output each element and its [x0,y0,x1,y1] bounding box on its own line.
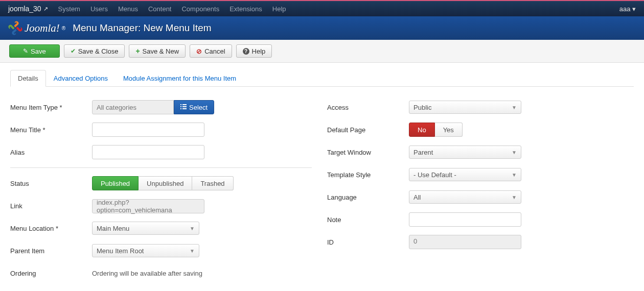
select-type-button[interactable]: Select [174,100,214,114]
template-style-value: - Use Default - [413,171,456,179]
menu-content[interactable]: Content [148,5,172,13]
language-value: All [413,193,421,201]
chevron-down-icon: ▼ [512,195,517,200]
form-area: Menu Item Type * All categories Select M… [0,87,644,291]
chevron-down-icon: ▼ [512,105,517,110]
cancel-icon: ⊘ [196,47,202,55]
row-id: ID 0 [327,231,634,253]
svg-rect-2 [180,106,181,107]
right-column: Access Public ▼ Default Page No Yes Targ… [327,96,634,284]
chevron-down-icon: ▼ [190,226,195,231]
question-icon: ? [243,48,249,55]
label-note: Note [327,216,409,224]
target-window-select[interactable]: Parent ▼ [409,146,521,159]
menu-item-type-group: All categories Select [92,100,317,114]
joomla-logo-text: Joomla! [25,22,60,35]
plus-icon: + [135,47,140,55]
cancel-button[interactable]: ⊘ Cancel [190,44,232,58]
label-access: Access [327,104,409,111]
row-alias: Alias [10,141,317,163]
tab-module-assignment[interactable]: Module Assignment for this Menu Item [116,70,244,87]
help-label: Help [252,47,266,55]
menu-menus[interactable]: Menus [118,5,138,13]
row-parent-item: Parent Item Menu Item Root ▼ [10,239,317,262]
row-target-window: Target Window Parent ▼ [327,141,634,163]
label-template-style: Template Style [327,171,409,179]
default-page-no[interactable]: No [409,123,435,137]
menu-item-type-value: All categories [92,100,174,114]
id-value: 0 [409,235,521,249]
row-language: Language All ▼ [327,186,634,208]
svg-rect-5 [182,108,187,109]
joomla-logo: Joomla! ® [8,21,65,35]
tab-details[interactable]: Details [10,70,46,87]
list-icon [180,104,187,111]
label-target-window: Target Window [327,149,409,156]
label-menu-title: Menu Title * [10,126,92,134]
admin-menu: System Users Menus Content Components Ex… [58,5,286,13]
menu-help[interactable]: Help [272,5,286,13]
select-btn-label: Select [189,104,208,111]
row-menu-location: Menu Location * Main Menu ▼ [10,217,317,239]
menu-title-input[interactable] [92,123,204,137]
language-select[interactable]: All ▼ [409,190,521,204]
menu-components[interactable]: Components [181,5,219,13]
svg-rect-1 [182,104,187,105]
row-menu-item-type: Menu Item Type * All categories Select [10,96,317,118]
link-value: index.php?option=com_vehiclemana [92,199,204,213]
tab-advanced[interactable]: Advanced Options [46,70,116,87]
page-header: Joomla! ® Menu Manager: New Menu Item [0,16,644,40]
label-default-page: Default Page [327,126,409,134]
label-parent-item: Parent Item [10,247,92,255]
site-name[interactable]: joomla_30 ↗ [8,5,48,13]
ordering-note: Ordering will be available after saving [92,270,202,277]
status-published[interactable]: Published [92,176,139,190]
label-status: Status [10,180,92,187]
chevron-down-icon: ▼ [190,248,195,254]
edit-tabs: Details Advanced Options Module Assignme… [10,70,634,87]
status-unpublished[interactable]: Unpublished [139,176,192,190]
save-label: Save [31,47,46,55]
row-ordering: Ordering Ordering will be available afte… [10,262,317,284]
access-select[interactable]: Public ▼ [409,101,521,114]
row-template-style: Template Style - Use Default - ▼ [327,163,634,186]
parent-item-select[interactable]: Menu Item Root ▼ [92,244,199,257]
user-menu[interactable]: aaa ▾ [619,5,636,13]
row-menu-title: Menu Title * [10,118,317,141]
save-close-button[interactable]: ✔ Save & Close [64,44,125,58]
chevron-down-icon: ▼ [512,150,517,155]
menu-system[interactable]: System [58,5,80,13]
row-link: Link index.php?option=com_vehiclemana [10,195,317,217]
user-name: aaa [619,5,631,13]
action-toolbar: ✎ Save ✔ Save & Close + Save & New ⊘ Can… [0,40,644,63]
label-menu-item-type: Menu Item Type * [10,104,92,111]
apply-icon: ✎ [23,47,28,55]
row-note: Note [327,208,634,231]
target-window-value: Parent [413,149,433,156]
site-name-text: joomla_30 [8,5,41,13]
page-title: Menu Manager: New Menu Item [73,22,211,34]
default-page-yes[interactable]: Yes [435,123,463,137]
access-value: Public [413,104,431,111]
save-button[interactable]: ✎ Save [9,44,60,58]
menu-extensions[interactable]: Extensions [229,5,262,13]
cancel-label: Cancel [204,47,225,55]
menu-users[interactable]: Users [90,5,108,13]
status-trashed[interactable]: Trashed [192,176,233,190]
save-new-button[interactable]: + Save & New [129,44,186,58]
help-button[interactable]: ? Help [236,44,272,58]
alias-input[interactable] [92,145,204,159]
check-icon: ✔ [71,47,76,55]
menu-location-value: Main Menu [97,225,129,232]
external-link-icon: ↗ [43,6,48,12]
status-btn-group: Published Unpublished Trashed [92,176,234,190]
divider [10,167,312,168]
save-close-label: Save & Close [78,47,119,55]
menu-location-select[interactable]: Main Menu ▼ [92,222,199,235]
template-style-select[interactable]: - Use Default - ▼ [409,168,521,181]
chevron-down-icon: ▼ [512,172,517,178]
label-link: Link [10,202,92,210]
parent-item-value: Menu Item Root [97,247,144,255]
label-language: Language [327,193,409,201]
note-input[interactable] [409,212,521,227]
